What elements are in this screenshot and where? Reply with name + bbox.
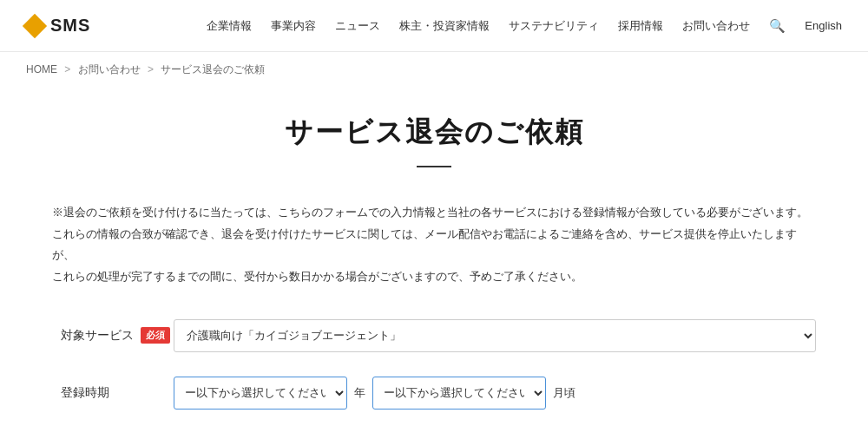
target-service-select[interactable]: 介護職向け「カイゴジョブエージェント」 その他のサービス — [174, 319, 816, 352]
required-badge: 必須 — [141, 327, 170, 344]
month-select[interactable]: ー以下から選択してください－ — [372, 377, 546, 410]
header: SMS 企業情報 事業内容 ニュース 株主・投資家情報 サステナビリティ 採用情… — [0, 0, 868, 52]
breadcrumb-sep-2: > — [148, 63, 154, 75]
registration-period-label-text: 登録時期 — [61, 385, 109, 401]
breadcrumb-home[interactable]: HOME — [26, 63, 57, 75]
nav-item-company[interactable]: 企業情報 — [207, 18, 252, 34]
logo-diamond-icon — [23, 13, 47, 37]
language-toggle[interactable]: English — [805, 19, 842, 32]
nav-item-recruit[interactable]: 採用情報 — [618, 18, 663, 34]
registration-period-row: 登録時期 ー以下から選択してください－ 年 ー以下から選択してください－ 月頃 — [52, 377, 816, 410]
year-select[interactable]: ー以下から選択してください－ — [174, 377, 347, 410]
target-service-label-text: 対象サービス — [61, 328, 134, 344]
search-icon[interactable]: 🔍 — [769, 18, 786, 34]
breadcrumb-current: サービス退会のご依頼 — [161, 63, 265, 75]
registration-period-control: ー以下から選択してください－ 年 ー以下から選択してください－ 月頃 — [174, 377, 816, 410]
logo-text: SMS — [50, 16, 90, 36]
breadcrumb: HOME > お問い合わせ > サービス退会のご依頼 — [0, 52, 868, 88]
nav-item-business[interactable]: 事業内容 — [271, 18, 316, 34]
period-selects-area: ー以下から選択してください－ 年 ー以下から選択してください－ 月頃 — [174, 377, 816, 410]
nav-item-contact[interactable]: お問い合わせ — [682, 18, 750, 34]
main-content: サービス退会のご依頼 ※退会のご依頼を受け付けるに当たっては、こちらのフォームで… — [0, 88, 868, 439]
target-service-row: 対象サービス 必須 介護職向け「カイゴジョブエージェント」 その他のサービス — [52, 319, 816, 352]
notice-text: ※退会のご依頼を受け付けるに当たっては、こちらのフォームでの入力情報と当社の各サ… — [52, 202, 816, 288]
nav-item-news[interactable]: ニュース — [335, 18, 380, 34]
month-suffix: 月頃 — [553, 385, 575, 401]
breadcrumb-sep-1: > — [64, 63, 70, 75]
page-title: サービス退会のご依頼 — [52, 114, 816, 152]
nav-item-ir[interactable]: 株主・投資家情報 — [399, 18, 490, 34]
registration-period-label: 登録時期 — [61, 385, 174, 401]
main-nav: 企業情報 事業内容 ニュース 株主・投資家情報 サステナビリティ 採用情報 お問… — [207, 18, 842, 34]
year-suffix: 年 — [354, 385, 365, 401]
target-service-control: 介護職向け「カイゴジョブエージェント」 その他のサービス — [174, 319, 816, 352]
logo[interactable]: SMS — [26, 16, 90, 36]
target-service-label: 対象サービス 必須 — [61, 327, 174, 344]
title-divider — [417, 166, 451, 167]
breadcrumb-contact[interactable]: お問い合わせ — [78, 63, 141, 75]
nav-item-sustainability[interactable]: サステナビリティ — [509, 18, 599, 34]
page-title-section: サービス退会のご依頼 — [52, 114, 816, 167]
